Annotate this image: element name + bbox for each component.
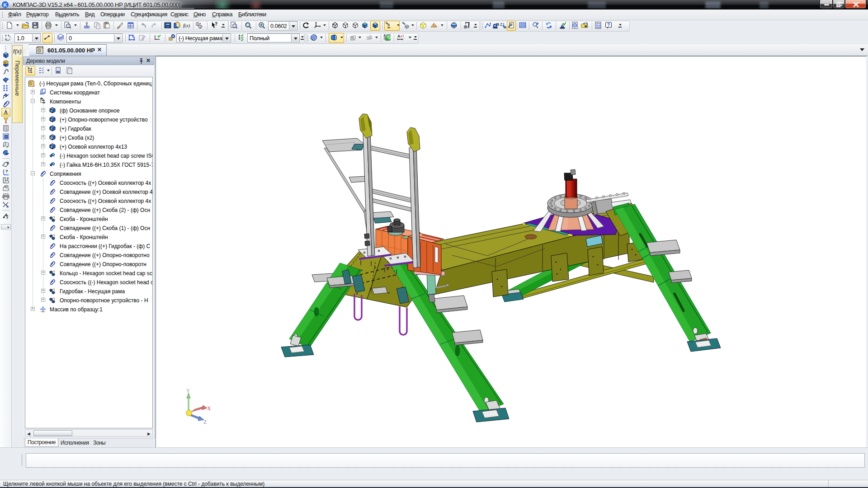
svg-text:2: 2	[199, 25, 201, 28]
svg-text:?: ?	[6, 205, 8, 208]
svg-text:Y: Y	[186, 388, 190, 394]
svg-text:?: ?	[6, 216, 9, 220]
svg-text:±1: ±1	[401, 34, 404, 38]
svg-text:?: ?	[6, 161, 9, 165]
svg-text:Z: Z	[203, 419, 207, 425]
svg-text:f(x): f(x)	[183, 23, 190, 28]
svg-text:?: ?	[607, 23, 610, 28]
svg-text:X: X	[207, 405, 211, 412]
svg-text:1: 1	[197, 23, 198, 26]
svg-text:?: ?	[5, 169, 8, 174]
svg-text:K: K	[4, 2, 7, 8]
svg-text:?: ?	[215, 22, 217, 27]
svg-text:?: ?	[536, 22, 539, 26]
svg-text:A: A	[397, 34, 401, 38]
svg-text:Z: Z	[500, 22, 503, 27]
svg-text:?: ?	[6, 177, 9, 181]
